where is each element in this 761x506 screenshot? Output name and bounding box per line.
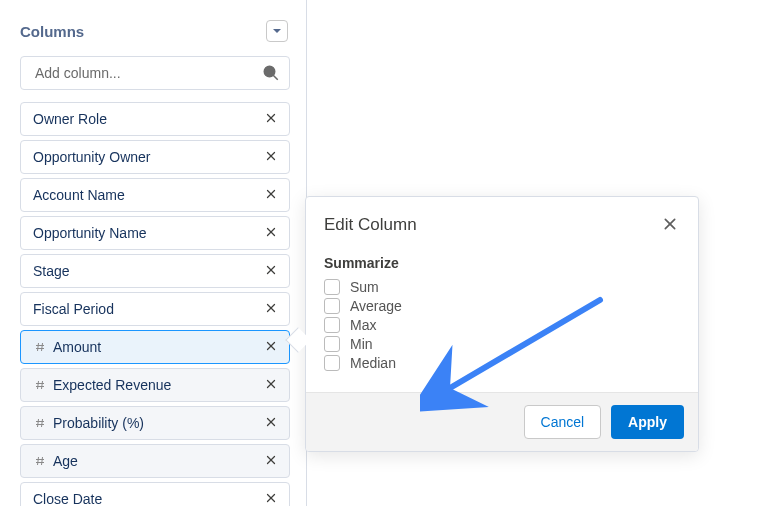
checkbox[interactable]	[324, 355, 340, 371]
popover-title: Edit Column	[324, 215, 417, 235]
add-column-search	[20, 56, 290, 90]
close-icon	[662, 216, 678, 235]
svg-line-17	[42, 343, 43, 351]
checkbox[interactable]	[324, 317, 340, 333]
column-label: Account Name	[33, 187, 263, 203]
summarize-option-label: Sum	[350, 279, 379, 295]
close-icon	[265, 491, 277, 506]
summarize-option-label: Average	[350, 298, 402, 314]
column-label: Stage	[33, 263, 263, 279]
column-item[interactable]: Age	[20, 444, 290, 478]
column-item[interactable]: Opportunity Owner	[20, 140, 290, 174]
search-icon	[262, 64, 280, 82]
popover-header: Edit Column	[306, 197, 698, 241]
column-label: Age	[53, 453, 263, 469]
svg-line-34	[38, 457, 39, 465]
close-icon	[265, 415, 277, 431]
number-icon	[33, 340, 47, 354]
column-label: Opportunity Name	[33, 225, 263, 241]
app-root: Columns Owner RoleOpportunity OwnerAccou…	[0, 0, 761, 506]
columns-list: Owner RoleOpportunity OwnerAccount NameO…	[20, 102, 290, 506]
close-icon	[265, 187, 277, 203]
summarize-option[interactable]: Median	[324, 355, 680, 371]
svg-line-28	[38, 419, 39, 427]
checkbox[interactable]	[324, 279, 340, 295]
popover-close-button[interactable]	[660, 215, 680, 235]
remove-column-button[interactable]	[263, 377, 279, 393]
remove-column-button[interactable]	[263, 339, 279, 355]
checkbox[interactable]	[324, 336, 340, 352]
number-icon	[33, 454, 47, 468]
summarize-option[interactable]: Sum	[324, 279, 680, 295]
close-icon	[265, 377, 277, 393]
svg-line-1	[273, 75, 278, 80]
column-label: Close Date	[33, 491, 263, 506]
close-icon	[265, 339, 277, 355]
edit-column-popover: Edit Column Summarize SumAverageMaxMinMe…	[305, 196, 699, 452]
cancel-button[interactable]: Cancel	[524, 405, 602, 439]
close-icon	[265, 111, 277, 127]
chevron-down-icon	[272, 23, 282, 39]
number-icon	[33, 378, 47, 392]
columns-panel: Columns Owner RoleOpportunity OwnerAccou…	[0, 0, 307, 506]
summarize-option-label: Median	[350, 355, 396, 371]
columns-title: Columns	[20, 23, 84, 40]
remove-column-button[interactable]	[263, 111, 279, 127]
popover-footer: Cancel Apply	[306, 392, 698, 451]
column-item[interactable]: Opportunity Name	[20, 216, 290, 250]
close-icon	[265, 225, 277, 241]
close-icon	[265, 263, 277, 279]
column-item[interactable]: Expected Revenue	[20, 368, 290, 402]
column-item[interactable]: Account Name	[20, 178, 290, 212]
number-icon	[33, 416, 47, 430]
close-icon	[265, 453, 277, 469]
remove-column-button[interactable]	[263, 301, 279, 317]
remove-column-button[interactable]	[263, 415, 279, 431]
remove-column-button[interactable]	[263, 225, 279, 241]
summarize-option-label: Min	[350, 336, 373, 352]
column-item[interactable]: Stage	[20, 254, 290, 288]
summarize-option[interactable]: Max	[324, 317, 680, 333]
apply-button[interactable]: Apply	[611, 405, 684, 439]
svg-line-35	[42, 457, 43, 465]
summarize-option[interactable]: Average	[324, 298, 680, 314]
remove-column-button[interactable]	[263, 453, 279, 469]
columns-header: Columns	[20, 20, 290, 42]
svg-line-23	[42, 381, 43, 389]
column-item[interactable]: Probability (%)	[20, 406, 290, 440]
columns-menu-trigger[interactable]	[266, 20, 288, 42]
svg-line-29	[42, 419, 43, 427]
column-item[interactable]: Close Date	[20, 482, 290, 506]
svg-point-0	[264, 66, 275, 77]
remove-column-button[interactable]	[263, 149, 279, 165]
column-label: Opportunity Owner	[33, 149, 263, 165]
summarize-options: SumAverageMaxMinMedian	[324, 279, 680, 371]
add-column-input[interactable]	[20, 56, 290, 90]
remove-column-button[interactable]	[263, 491, 279, 506]
remove-column-button[interactable]	[263, 187, 279, 203]
column-label: Expected Revenue	[53, 377, 263, 393]
summarize-option[interactable]: Min	[324, 336, 680, 352]
checkbox[interactable]	[324, 298, 340, 314]
summarize-heading: Summarize	[324, 255, 680, 271]
column-label: Amount	[53, 339, 263, 355]
column-item[interactable]: Owner Role	[20, 102, 290, 136]
summarize-option-label: Max	[350, 317, 376, 333]
svg-line-22	[38, 381, 39, 389]
column-label: Owner Role	[33, 111, 263, 127]
column-label: Probability (%)	[53, 415, 263, 431]
column-item[interactable]: Fiscal Period	[20, 292, 290, 326]
close-icon	[265, 301, 277, 317]
popover-body: Summarize SumAverageMaxMinMedian	[306, 241, 698, 392]
close-icon	[265, 149, 277, 165]
column-label: Fiscal Period	[33, 301, 263, 317]
remove-column-button[interactable]	[263, 263, 279, 279]
svg-line-16	[38, 343, 39, 351]
column-item[interactable]: Amount	[20, 330, 290, 364]
